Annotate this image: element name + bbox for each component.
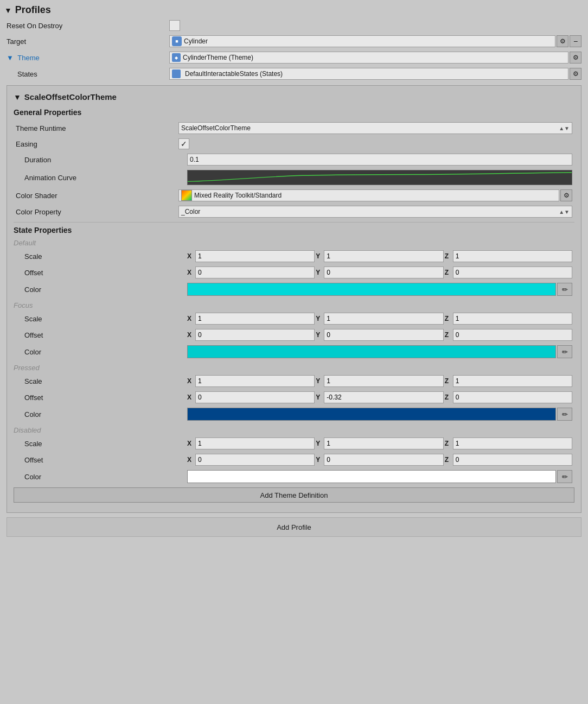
default-offset-x-label: X [187,269,194,276]
animation-curve-bar[interactable] [187,170,572,185]
color-property-dropdown-text: _Color [181,208,200,215]
focus-eyedropper-btn[interactable]: ✏ [557,345,572,358]
focus-color-row: Color ✏ [14,344,574,359]
pressed-offset-label: Offset [24,394,187,402]
focus-scale-z-input[interactable] [453,313,572,325]
default-scale-y-input[interactable] [324,250,443,262]
focus-color-swatch[interactable] [187,345,556,358]
target-row: Target ■ Cylinder ⚙ − [4,34,584,48]
pressed-offset-y-input[interactable] [324,391,443,403]
color-property-dropdown[interactable]: _Color ▲▼ [178,206,572,218]
target-value-area: ■ Cylinder ⚙ − [169,35,581,47]
easing-value: ✓ [178,138,572,149]
disabled-scale-x-input[interactable] [195,437,315,449]
pressed-offset-y-label: Y [316,394,322,401]
add-theme-definition-label: Add Theme Definition [260,491,328,499]
shader-icon [181,190,192,201]
divider-1 [14,222,574,223]
color-shader-field[interactable]: Mixed Reality Toolkit/Standard [178,189,559,201]
pressed-offset-z-input[interactable] [453,391,572,403]
state-focus: Focus Scale X Y Z Offset X [14,301,574,359]
disabled-offset-z-input[interactable] [453,454,572,466]
default-scale-z-input[interactable] [453,250,572,262]
disabled-scale-z-label: Z [445,440,451,447]
focus-offset-z-input[interactable] [453,329,572,341]
theme-field[interactable]: ◆ CylinderTheme (Theme) [169,52,568,64]
default-scale-x-input[interactable] [195,250,315,262]
disabled-offset-y-label: Y [316,456,322,464]
states-settings-icon[interactable]: ⚙ [570,68,581,80]
pressed-eyedropper-btn[interactable]: ✏ [557,408,572,421]
color-shader-settings-icon[interactable]: ⚙ [560,189,572,201]
focus-scale-y-label: Y [316,315,322,322]
easing-checkbox[interactable]: ✓ [178,138,189,149]
focus-offset-y-label: Y [316,331,322,339]
reset-on-destroy-value [169,20,581,31]
easing-check-icon: ✓ [181,139,187,148]
theme-def-collapse-icon[interactable]: ▼ [14,93,21,102]
target-value-text: Cylinder [184,37,208,45]
target-field[interactable]: ■ Cylinder [169,35,555,47]
focus-offset-z-label: Z [445,331,451,339]
pressed-color-swatch[interactable] [187,408,556,421]
pressed-scale-row: Scale X Y Z [14,374,574,388]
theme-runtime-value: ScaleOffsetColorTheme ▲▼ [178,122,572,134]
target-minus-btn[interactable]: − [570,35,581,47]
disabled-offset-label: Offset [24,456,187,464]
theme-settings-icon[interactable]: ⚙ [570,52,581,64]
default-offset-label: Offset [24,269,187,277]
disabled-offset-x-input[interactable] [195,454,315,466]
default-offset-x-input[interactable] [195,267,315,278]
disabled-offset-y-input[interactable] [324,454,443,466]
target-settings-icon[interactable]: ⚙ [557,35,568,47]
states-row: States DefaultInteractableStates (States… [4,67,584,81]
default-scale-xyz: X Y Z [187,250,572,262]
profiles-header: ▼ Profiles [4,4,584,16]
default-offset-xyz: X Y Z [187,267,572,278]
focus-offset-y-input[interactable] [324,329,443,341]
main-container: ▼ Profiles Reset On Destroy Target ■ Cyl… [0,0,588,546]
pressed-scale-z-input[interactable] [453,375,572,387]
default-scale-y-label: Y [316,252,322,260]
disabled-color-value: ✏ [187,470,572,483]
add-profile-btn[interactable]: Add Profile [7,517,581,537]
disabled-scale-z-input[interactable] [453,437,572,449]
default-offset-row: Offset X Y Z [14,265,574,280]
target-icon: ■ [172,36,182,46]
disabled-scale-y-input[interactable] [324,437,443,449]
theme-definition-panel: ▼ ScaleOffsetColorTheme General Properti… [7,85,581,513]
disabled-eyedropper-btn[interactable]: ✏ [557,470,572,483]
disabled-color-label: Color [24,473,187,481]
disabled-offset-xyz: X Y Z [187,454,572,466]
disabled-color-row: Color ✏ [14,469,574,484]
default-color-value: ✏ [187,283,572,296]
default-offset-y-label: Y [316,269,322,276]
duration-label: Duration [24,156,187,164]
pressed-offset-x-input[interactable] [195,391,315,403]
states-icon [172,69,181,78]
focus-scale-x-input[interactable] [195,313,315,325]
default-color-swatch[interactable] [187,283,556,296]
profiles-collapse-icon[interactable]: ▼ [4,6,12,15]
disabled-color-swatch[interactable] [187,470,556,483]
pressed-offset-row: Offset X Y Z [14,390,574,404]
focus-scale-y-input[interactable] [324,313,443,325]
theme-collapse-icon[interactable]: ▼ [7,54,14,62]
default-color-row: Color ✏ [14,282,574,297]
add-theme-definition-btn[interactable]: Add Theme Definition [14,487,574,503]
default-offset-z-input[interactable] [453,267,572,278]
default-offset-y-input[interactable] [324,267,443,278]
pressed-scale-y-input[interactable] [324,375,443,387]
default-eyedropper-btn[interactable]: ✏ [557,283,572,296]
pressed-scale-x-input[interactable] [195,375,315,387]
animation-curve-row: Animation Curve [14,169,574,186]
duration-input[interactable] [187,154,572,166]
reset-on-destroy-checkbox[interactable] [169,20,180,31]
theme-runtime-dropdown[interactable]: ScaleOffsetColorTheme ▲▼ [178,122,572,134]
reset-on-destroy-row: Reset On Destroy [4,19,584,32]
states-field[interactable]: DefaultInteractableStates (States) [169,68,568,80]
focus-offset-x-input[interactable] [195,329,315,341]
target-label: Target [7,37,169,46]
color-property-value: _Color ▲▼ [178,206,572,218]
color-property-dropdown-arrow: ▲▼ [559,209,570,215]
